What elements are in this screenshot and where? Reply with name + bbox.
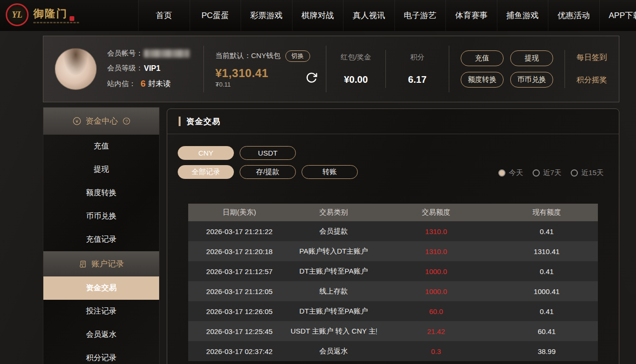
sidebar-item-points-history[interactable]: 积分记录 <box>43 346 159 364</box>
table-row: 2026-03-17 02:37:42 会员返水 0.3 38.99 <box>188 341 598 361</box>
cell-amount: 1000.0 <box>377 287 495 295</box>
bonus-section: 红包/奖金 ¥0.00 <box>326 53 385 85</box>
cell-date: 2026-03-17 21:12:57 <box>188 267 291 275</box>
cell-amount: 1310.0 <box>377 227 495 236</box>
table-row: 2026-03-17 12:25:45 USDT 主账户 转入 CNY 主账户 … <box>188 321 598 341</box>
table-row: 2026-03-17 21:12:05 线上存款 1000.0 1000.41 <box>188 281 598 301</box>
nav-item-promotions[interactable]: 优惠活动 <box>548 0 599 31</box>
points-value: 6.17 <box>408 74 427 85</box>
cell-type: 线上存款 <box>291 287 377 296</box>
radio-icon <box>571 169 578 177</box>
nav-item-board-games[interactable]: 棋牌对战 <box>292 0 343 31</box>
nav-menu: 首页 PC蛋蛋 彩票游戏 棋牌对战 真人视讯 电子游艺 体育赛事 捕鱼游戏 优惠… <box>138 0 636 31</box>
points-lottery-link[interactable]: 积分摇奖 <box>576 75 607 85</box>
nav-item-lottery-games[interactable]: 彩票游戏 <box>241 0 292 31</box>
table-row: 2026-03-17 21:21:22 会员提款 1310.0 0.41 <box>188 221 598 241</box>
sidebar-item-fund-transactions[interactable]: 资金交易 <box>43 276 159 300</box>
sidebar-section-funds-center[interactable]: ¥ 资金中心 ? <box>43 108 159 135</box>
table-row: 2026-03-17 12:26:05 DT主账户转至PA账户 60.0 0.4… <box>188 301 598 321</box>
cell-date: 2026-03-17 12:25:45 <box>188 327 291 335</box>
masked-account-value <box>144 49 190 58</box>
type-tab-all-records[interactable]: 全部记录 <box>178 165 234 179</box>
date-filter-15d-label: 近15天 <box>581 168 604 177</box>
cell-type: DT主账户转至PA账户 <box>291 307 377 316</box>
switch-wallet-button[interactable]: 切换 <box>285 50 310 62</box>
quota-transfer-button[interactable]: 额度转换 <box>461 72 504 88</box>
sidebar-item-deposit[interactable]: 充值 <box>43 135 159 158</box>
cell-type: DT主账户转至PA账户 <box>291 267 377 276</box>
level-label: 会员等级： <box>107 64 143 73</box>
sidebar: ¥ 资金中心 ? 充值 提现 额度转换 币币兑换 充值记录 账户记录 资金交易 … <box>43 107 160 364</box>
wallet-default-label: 当前默认：CNY钱包 <box>215 51 281 60</box>
date-filter-last-7-days[interactable]: 近7天 <box>533 168 561 177</box>
refresh-balance-icon[interactable] <box>305 71 318 85</box>
date-filter-last-15-days[interactable]: 近15天 <box>571 168 604 177</box>
cell-amount: 60.0 <box>377 307 495 315</box>
type-tab-transfer[interactable]: 转账 <box>302 165 358 179</box>
nav-item-app-download[interactable]: APP下载 <box>599 0 636 31</box>
cell-type: 会员返水 <box>291 347 377 356</box>
table-header-row: 日期(美东) 交易类别 交易额度 现有额度 <box>188 204 598 221</box>
sidebar-item-bet-history[interactable]: 投注记录 <box>43 300 159 323</box>
currency-tab-cny[interactable]: CNY <box>178 146 234 160</box>
coin-swap-button[interactable]: 币币兑换 <box>510 72 553 88</box>
nav-item-slots[interactable]: 电子游艺 <box>394 0 446 31</box>
sidebar-section-account-records[interactable]: 账户记录 <box>43 251 159 276</box>
header-amount: 交易额度 <box>377 208 495 217</box>
deposit-button[interactable]: 充值 <box>461 50 504 66</box>
inbox-unread-suffix: 封未读 <box>148 79 171 89</box>
nav-item-fishing[interactable]: 捕鱼游戏 <box>497 0 548 31</box>
cell-type: USDT 主账户 转入 CNY 主账户 <box>291 327 377 336</box>
cell-balance: 38.99 <box>495 347 598 355</box>
cell-date: 2026-03-17 12:26:05 <box>188 307 291 315</box>
date-filter-today[interactable]: 今天 <box>498 168 523 177</box>
inbox-label: 站内信： <box>107 79 136 89</box>
brand-logo[interactable]: YL 御隆门 <box>6 3 79 26</box>
date-filter-today-label: 今天 <box>509 168 523 177</box>
records-section-title: 账户记录 <box>91 258 124 269</box>
nav-item-live-casino[interactable]: 真人视讯 <box>343 0 394 31</box>
nav-item-home[interactable]: 首页 <box>138 0 190 31</box>
header-date: 日期(美东) <box>188 208 291 217</box>
cell-date: 2026-03-17 21:20:18 <box>188 247 291 256</box>
cell-amount: 1000.0 <box>377 267 495 275</box>
withdraw-button[interactable]: 提现 <box>510 50 553 66</box>
logo-wordmark: 御隆门 <box>33 7 79 23</box>
title-accent-bar <box>179 117 181 126</box>
help-icon[interactable]: ? <box>122 117 131 125</box>
cell-type: PA账户转入DT主账户 <box>291 247 377 256</box>
inbox-unread-count: 6 <box>141 79 146 89</box>
cell-date: 2026-03-17 02:37:42 <box>188 347 291 355</box>
account-label: 会员帐号： <box>107 49 143 58</box>
table-row: 2026-03-17 21:20:18 PA账户转入DT主账户 1310.0 1… <box>188 241 598 261</box>
sidebar-item-withdraw[interactable]: 提现 <box>43 158 159 181</box>
nav-item-pc-dandan[interactable]: PC蛋蛋 <box>190 0 241 31</box>
sidebar-item-quota-transfer[interactable]: 额度转换 <box>43 181 159 205</box>
type-tab-deposit-withdraw[interactable]: 存/提款 <box>240 165 296 179</box>
sidebar-item-deposit-history[interactable]: 充值记录 <box>43 228 159 251</box>
logo-monogram-text: YL <box>12 10 22 20</box>
currency-tab-usdt[interactable]: USDT <box>240 146 296 160</box>
account-row: 会员帐号： <box>107 49 190 58</box>
avatar[interactable] <box>55 48 97 90</box>
sidebar-item-member-rebate[interactable]: 会员返水 <box>43 323 159 346</box>
daily-signin-link[interactable]: 每日签到 <box>576 53 607 63</box>
header-type: 交易类别 <box>291 208 377 217</box>
inbox-row[interactable]: 站内信： 6 封未读 <box>107 79 190 89</box>
points-section: 积分 6.17 <box>386 53 449 85</box>
cell-amount: 0.3 <box>377 347 495 355</box>
svg-text:¥: ¥ <box>75 118 78 124</box>
cell-type: 会员提款 <box>291 227 377 236</box>
points-label: 积分 <box>410 53 424 62</box>
nav-item-sports[interactable]: 体育赛事 <box>445 0 497 31</box>
header-balance: 现有额度 <box>495 208 598 217</box>
top-navigation-bar: YL 御隆门 首页 PC蛋蛋 彩票游戏 棋牌对战 真人视讯 电子游艺 体育赛事 … <box>0 0 636 31</box>
svg-text:?: ? <box>125 119 127 124</box>
cell-amount: 1310.0 <box>377 247 495 256</box>
sidebar-item-coin-swap[interactable]: 币币兑换 <box>43 205 159 228</box>
level-row: 会员等级： VIP1 <box>107 64 190 73</box>
currency-tabs: CNY USDT <box>178 146 608 160</box>
logo-tagline-bar <box>33 22 79 23</box>
funds-section-title: 资金中心 <box>86 116 118 127</box>
cell-balance: 0.41 <box>495 307 598 315</box>
